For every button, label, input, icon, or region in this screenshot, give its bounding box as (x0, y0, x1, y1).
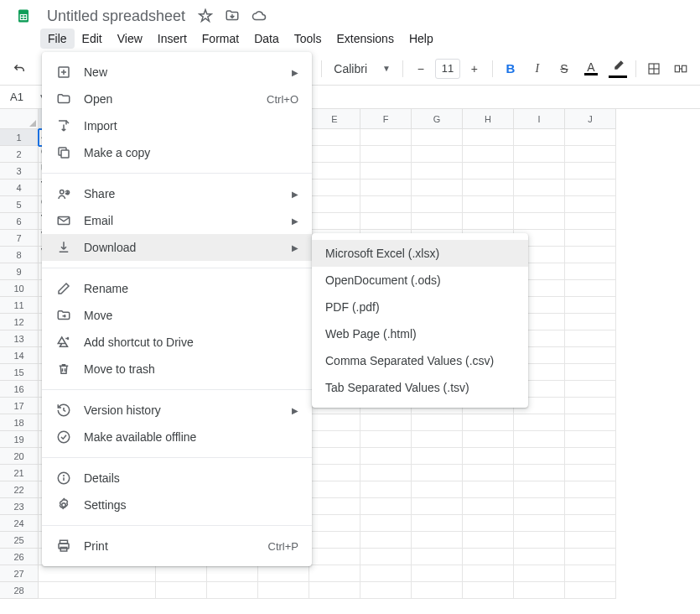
cell[interactable] (463, 582, 514, 599)
cell[interactable] (565, 297, 616, 314)
cell[interactable] (309, 565, 360, 582)
italic-button[interactable]: I (525, 56, 550, 81)
row-header[interactable]: 1 (0, 129, 39, 146)
cell[interactable] (360, 448, 412, 465)
download-html[interactable]: Web Page (.html) (312, 320, 528, 347)
row-header[interactable]: 7 (0, 230, 39, 247)
cell[interactable] (309, 582, 360, 599)
cell[interactable] (309, 448, 360, 465)
menu-insert[interactable]: Insert (150, 29, 194, 49)
row-header[interactable]: 18 (0, 414, 39, 431)
cell[interactable] (309, 481, 360, 498)
cell[interactable] (565, 129, 616, 146)
cell[interactable] (565, 465, 616, 481)
row-header[interactable]: 24 (0, 515, 39, 532)
menu-import[interactable]: Import (42, 112, 312, 139)
cell[interactable] (565, 347, 616, 364)
document-title[interactable]: Untitled spreadsheet (40, 6, 192, 27)
cell[interactable] (514, 180, 565, 196)
cell[interactable] (412, 515, 463, 532)
menu-version-history[interactable]: Version history ▶ (42, 397, 312, 424)
cell[interactable] (412, 213, 463, 230)
cell[interactable] (360, 481, 412, 498)
cell[interactable] (156, 565, 207, 582)
row-header[interactable]: 8 (0, 247, 39, 263)
cell[interactable] (565, 364, 616, 381)
cell[interactable] (360, 163, 412, 180)
borders-button[interactable] (641, 56, 666, 81)
cell[interactable] (360, 180, 412, 196)
menu-rename[interactable]: Rename (42, 275, 312, 302)
cell[interactable] (309, 414, 360, 431)
menu-make-copy[interactable]: Make a copy (42, 139, 312, 166)
download-pdf[interactable]: PDF (.pdf) (312, 294, 528, 320)
cell[interactable] (207, 565, 258, 582)
cell[interactable] (309, 196, 360, 213)
cell[interactable] (360, 431, 412, 448)
select-all-corner[interactable] (0, 109, 39, 129)
undo-button[interactable] (7, 56, 32, 81)
row-header[interactable]: 26 (0, 549, 39, 565)
row-header[interactable]: 4 (0, 180, 39, 196)
menu-format[interactable]: Format (194, 29, 246, 49)
cell[interactable] (565, 146, 616, 163)
name-box[interactable]: A1 (5, 91, 29, 103)
merge-cells-button[interactable] (668, 56, 693, 81)
cell[interactable] (360, 129, 412, 146)
download-ods[interactable]: OpenDocument (.ods) (312, 267, 528, 294)
cell[interactable] (565, 515, 616, 532)
row-header[interactable]: 21 (0, 465, 39, 481)
cell[interactable] (565, 532, 616, 549)
cell[interactable] (412, 532, 463, 549)
cell[interactable] (463, 163, 514, 180)
cell[interactable] (360, 196, 412, 213)
cell[interactable] (565, 280, 616, 297)
cell[interactable] (463, 146, 514, 163)
column-header[interactable]: I (514, 109, 565, 129)
cell[interactable] (514, 448, 565, 465)
font-size-input[interactable]: 11 (435, 59, 460, 79)
row-header[interactable]: 19 (0, 431, 39, 448)
cell[interactable] (565, 549, 616, 565)
menu-available-offline[interactable]: Make available offline (42, 424, 312, 450)
row-header[interactable]: 17 (0, 398, 39, 414)
cell[interactable] (309, 549, 360, 565)
cell[interactable] (463, 465, 514, 481)
row-header[interactable]: 10 (0, 280, 39, 297)
row-header[interactable]: 13 (0, 330, 39, 347)
cloud-status-icon[interactable] (251, 8, 267, 24)
menu-data[interactable]: Data (246, 29, 287, 49)
download-tsv[interactable]: Tab Separated Values (.tsv) (312, 374, 528, 401)
row-header[interactable]: 23 (0, 498, 39, 515)
cell[interactable] (565, 213, 616, 230)
cell[interactable] (360, 213, 412, 230)
menu-extensions[interactable]: Extensions (329, 29, 401, 49)
cell[interactable] (463, 565, 514, 582)
menu-help[interactable]: Help (402, 29, 441, 49)
row-header[interactable]: 16 (0, 381, 39, 398)
cell[interactable] (565, 180, 616, 196)
cell[interactable] (412, 465, 463, 481)
cell[interactable] (514, 498, 565, 515)
cell[interactable] (565, 414, 616, 431)
row-header[interactable]: 20 (0, 448, 39, 465)
cell[interactable] (258, 582, 309, 599)
cell[interactable] (463, 414, 514, 431)
column-header[interactable]: F (360, 109, 412, 129)
cell[interactable] (360, 565, 412, 582)
cell[interactable] (463, 129, 514, 146)
cell[interactable] (514, 163, 565, 180)
bold-button[interactable]: B (498, 56, 523, 81)
cell[interactable] (565, 431, 616, 448)
cell[interactable] (412, 481, 463, 498)
cell[interactable] (412, 129, 463, 146)
menu-new[interactable]: New ▶ (42, 59, 312, 86)
cell[interactable] (412, 163, 463, 180)
column-header[interactable]: H (463, 109, 514, 129)
menu-edit[interactable]: Edit (75, 29, 110, 49)
cell[interactable] (565, 196, 616, 213)
column-header[interactable]: J (565, 109, 616, 129)
cell[interactable] (514, 532, 565, 549)
cell[interactable] (207, 582, 258, 599)
cell[interactable] (412, 146, 463, 163)
